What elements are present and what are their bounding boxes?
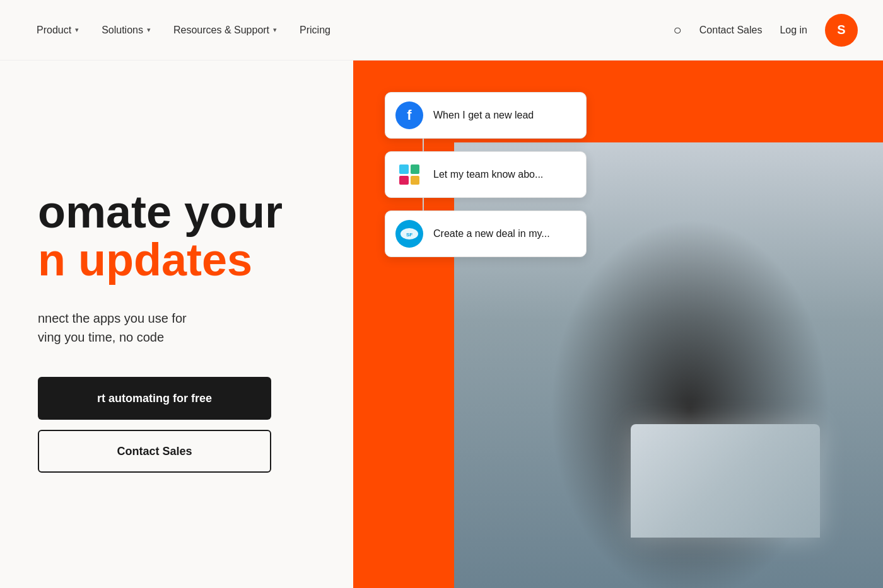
contact-sales-button[interactable]: Contact Sales xyxy=(38,430,271,473)
hero-headline-line1: omate your xyxy=(38,188,353,236)
nav-solutions-label: Solutions xyxy=(102,25,143,36)
slack-icon xyxy=(395,161,423,188)
nav-solutions-chevron: ▾ xyxy=(147,26,151,34)
hero-sub-line1: nnect the apps you use for xyxy=(38,309,278,328)
signup-button[interactable]: S xyxy=(825,14,858,47)
hero-subtext: nnect the apps you use for ving you time… xyxy=(38,309,278,347)
nav-right: ○ Contact Sales Log in S xyxy=(674,14,858,47)
workflow-card-facebook-text: When I get a new lead xyxy=(433,110,534,121)
workflow-connector-2 xyxy=(423,198,424,210)
nav-product-chevron: ▾ xyxy=(75,26,79,34)
workflow-card-salesforce: SF Create a new deal in my... xyxy=(385,210,587,257)
navbar: Product ▾ Solutions ▾ Resources & Suppor… xyxy=(0,0,883,61)
contact-sales-link[interactable]: Contact Sales xyxy=(699,25,763,36)
facebook-icon: f xyxy=(395,101,423,129)
workflow-card-salesforce-text: Create a new deal in my... xyxy=(433,228,550,239)
nav-product-label: Product xyxy=(37,25,71,36)
workflow-card-slack-text: Let my team know abo... xyxy=(433,169,543,180)
start-free-button[interactable]: rt automating for free xyxy=(38,377,271,420)
nav-pricing-label: Pricing xyxy=(300,25,330,36)
login-link[interactable]: Log in xyxy=(780,25,807,36)
nav-product[interactable]: Product ▾ xyxy=(25,0,90,61)
nav-resources[interactable]: Resources & Support ▾ xyxy=(162,0,288,61)
workflow-card-facebook: f When I get a new lead xyxy=(385,92,587,139)
workflow-cards: f When I get a new lead Let my team know… xyxy=(353,92,883,257)
nav-resources-chevron: ▾ xyxy=(273,26,277,34)
hero-headline-line2: n updates xyxy=(38,236,353,284)
workflow-card-slack: Let my team know abo... xyxy=(385,151,587,198)
hero-sub-line2: ving you time, no code xyxy=(38,328,278,347)
svg-text:SF: SF xyxy=(406,232,412,238)
hero-section: omate your n updates nnect the apps you … xyxy=(0,61,883,588)
nav-pricing[interactable]: Pricing xyxy=(288,0,342,61)
nav-resources-label: Resources & Support xyxy=(173,25,269,36)
search-icon[interactable]: ○ xyxy=(674,22,682,38)
hero-right-panel: f When I get a new lead Let my team know… xyxy=(353,61,883,588)
nav-left: Product ▾ Solutions ▾ Resources & Suppor… xyxy=(25,0,342,61)
salesforce-icon: SF xyxy=(395,220,423,248)
nav-solutions[interactable]: Solutions ▾ xyxy=(90,0,162,61)
hero-left-panel: omate your n updates nnect the apps you … xyxy=(0,61,353,588)
workflow-connector-1 xyxy=(423,139,424,151)
